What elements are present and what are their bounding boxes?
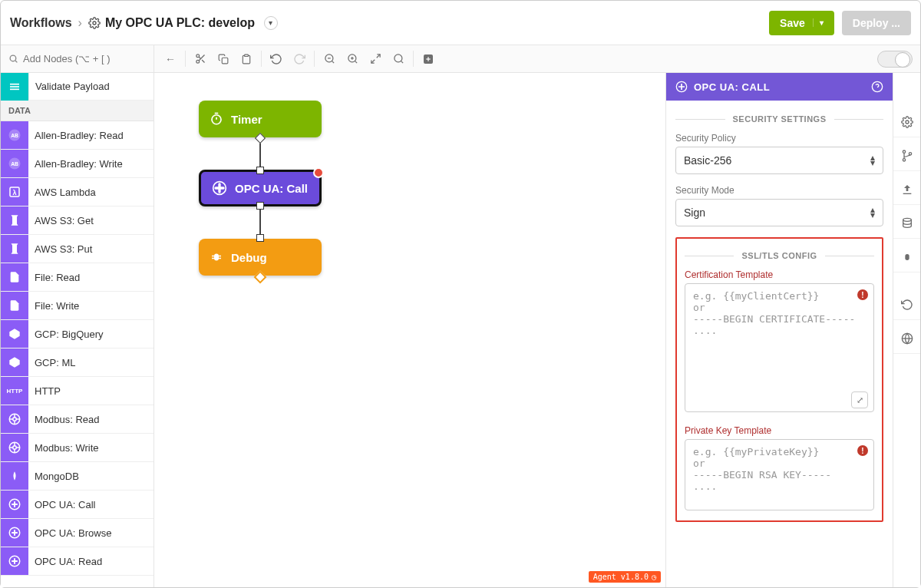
cert-template-input[interactable]: [685, 283, 874, 412]
security-mode-label: Security Mode: [675, 185, 883, 196]
deploy-button-label: Deploy ...: [853, 17, 900, 29]
zoom-out-icon[interactable]: [318, 45, 341, 72]
toggle-switch[interactable]: [877, 51, 913, 68]
output-handle[interactable]: [256, 202, 264, 210]
cut-icon[interactable]: [189, 45, 212, 72]
save-button[interactable]: Save ▾: [769, 11, 834, 35]
title-dropdown-icon[interactable]: ▾: [264, 16, 278, 30]
security-mode-select[interactable]: Sign ▴▾: [675, 199, 883, 226]
gear-icon: [88, 17, 101, 29]
save-dropdown-icon[interactable]: ▾: [813, 18, 824, 27]
palette-item[interactable]: MongoDB: [1, 462, 154, 491]
security-policy-label: Security Policy: [675, 133, 883, 144]
palette-item-label: MongoDB: [28, 471, 79, 482]
add-node-icon[interactable]: [417, 45, 440, 72]
mb-icon: [1, 434, 28, 461]
security-settings-heading: SECURITY SETTINGS: [675, 114, 883, 124]
copy-icon[interactable]: [212, 45, 235, 72]
settings-icon[interactable]: [893, 107, 920, 137]
debug-rail-icon[interactable]: [893, 242, 920, 273]
security-mode-value: Sign: [684, 206, 705, 219]
palette-item[interactable]: λAWS Lambda: [1, 178, 154, 206]
workflow-canvas[interactable]: Timer OPC UA: Call Debug Agent v1.8.0 ◷: [154, 73, 665, 587]
breadcrumb-separator: ›: [78, 16, 82, 30]
branch-icon[interactable]: [893, 140, 920, 171]
undo-icon[interactable]: [265, 45, 288, 72]
palette-item[interactable]: GCP: ML: [1, 349, 154, 377]
ab-icon: AB: [1, 150, 28, 177]
redo-icon[interactable]: [288, 45, 311, 72]
output-handle[interactable]: [254, 271, 267, 284]
svg-text:AB: AB: [11, 161, 18, 167]
node-debug-label: Debug: [231, 251, 267, 264]
palette-item[interactable]: Modbus: Write: [1, 434, 154, 462]
s3-icon: [1, 235, 28, 263]
palette-item-label: Modbus: Read: [28, 414, 100, 425]
history-icon[interactable]: [893, 289, 920, 320]
svg-line-18: [371, 60, 374, 63]
page-title: My OPC UA PLC: develop: [88, 16, 255, 30]
security-policy-select[interactable]: Basic-256 ▴▾: [675, 147, 883, 174]
svg-point-65: [909, 152, 911, 154]
back-icon[interactable]: ←: [159, 45, 182, 72]
breadcrumb-root[interactable]: Workflows: [10, 16, 72, 30]
palette-item-label: HTTP: [28, 385, 61, 397]
zoom-reset-icon[interactable]: [387, 45, 410, 72]
palette-item[interactable]: Modbus: Read: [1, 405, 154, 434]
palette-item[interactable]: OPC UA: Browse: [1, 519, 154, 547]
ssl-tls-config-block: SSL/TLS CONFIG Certification Template ! …: [675, 237, 883, 522]
palette-item[interactable]: OPC UA: Read: [1, 547, 154, 576]
palette-item[interactable]: ABAllen-Bradley: Write: [1, 150, 154, 178]
input-handle[interactable]: [256, 167, 264, 174]
private-key-input[interactable]: [685, 439, 874, 510]
node-search-input[interactable]: [23, 53, 146, 64]
palette-item-label: GCP: BigQuery: [28, 329, 104, 340]
node-debug[interactable]: Debug: [199, 239, 322, 276]
error-indicator-icon: !: [857, 445, 868, 456]
palette-item[interactable]: OPC UA: Call: [1, 491, 154, 519]
svg-point-19: [394, 55, 401, 62]
page-title-text: My OPC UA PLC: develop: [105, 16, 255, 30]
breadcrumb: Workflows › My OPC UA PLC: develop ▾: [10, 16, 278, 30]
config-panel-title: OPC UA: CALL: [694, 81, 770, 93]
database-icon[interactable]: [893, 208, 920, 239]
svg-rect-66: [903, 193, 911, 193]
svg-text:λ: λ: [12, 189, 16, 197]
palette-item-label: OPC UA: Browse: [28, 527, 111, 539]
toolbar: ←: [1, 45, 920, 73]
palette-item[interactable]: GCP: BigQuery: [1, 320, 154, 349]
output-handle[interactable]: [255, 133, 266, 144]
palette-item[interactable]: HTTPHTTP: [1, 377, 154, 405]
help-icon[interactable]: [871, 81, 883, 93]
svg-line-17: [376, 55, 379, 58]
palette-top-item[interactable]: Validate Payload: [28, 73, 154, 101]
node-search[interactable]: [1, 45, 154, 72]
timer-icon: [210, 112, 223, 126]
paste-icon[interactable]: [235, 45, 258, 72]
upload-icon[interactable]: [893, 174, 920, 205]
node-timer[interactable]: Timer: [199, 101, 322, 137]
select-arrows-icon: ▴▾: [870, 207, 875, 218]
s3-icon: [1, 206, 28, 234]
input-handle[interactable]: [256, 234, 264, 242]
node-opc-ua-call[interactable]: OPC UA: Call: [199, 170, 322, 206]
palette-item[interactable]: File: Write: [1, 292, 154, 320]
deploy-button[interactable]: Deploy ...: [842, 11, 911, 35]
f-icon: [1, 292, 28, 319]
palette-item-label: File: Read: [28, 272, 80, 283]
zoom-in-icon[interactable]: [341, 45, 364, 72]
config-panel-header: OPC UA: CALL: [666, 73, 893, 101]
svg-point-0: [93, 21, 96, 25]
palette-item[interactable]: ABAllen-Bradley: Read: [1, 121, 154, 150]
palette-item[interactable]: File: Read: [1, 263, 154, 292]
expand-icon[interactable]: ⤢: [851, 391, 868, 408]
palette-item[interactable]: AWS S3: Put: [1, 235, 154, 263]
globe-icon[interactable]: [893, 323, 920, 354]
svg-rect-68: [905, 254, 909, 260]
clock-icon: ◷: [652, 573, 656, 581]
palette-item[interactable]: AWS S3: Get: [1, 206, 154, 235]
svg-point-63: [903, 150, 905, 153]
palette-category-icon[interactable]: [1, 73, 28, 101]
fit-icon[interactable]: [364, 45, 387, 72]
palette-item-label: AWS Lambda: [28, 187, 96, 198]
